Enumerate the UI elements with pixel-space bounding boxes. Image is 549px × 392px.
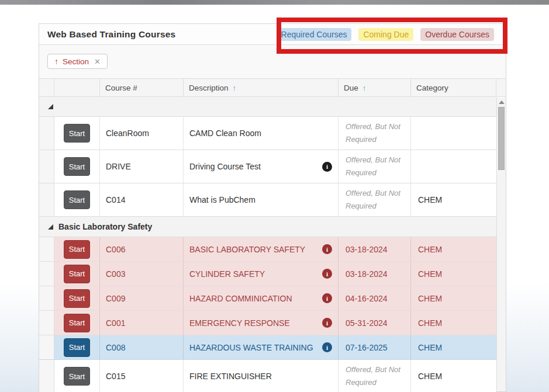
group-indent-cell bbox=[39, 237, 54, 261]
course-number-cell: C001 bbox=[100, 311, 184, 335]
scrollbar-thumb[interactable] bbox=[498, 107, 505, 170]
browser-top-bar bbox=[0, 0, 549, 5]
info-icon[interactable]: i bbox=[322, 269, 332, 279]
group-indent-cell bbox=[39, 183, 54, 216]
due-date-text: 07-16-2025 bbox=[346, 343, 388, 352]
start-button[interactable]: Start bbox=[64, 367, 90, 386]
category-cell: CHEM bbox=[411, 237, 496, 261]
description-cell: BASIC LABORATORY SAFETYi bbox=[184, 237, 339, 261]
due-date-cell: Offered, But Not Required bbox=[339, 183, 411, 216]
column-header-description[interactable]: Description ↑ bbox=[184, 79, 339, 96]
group-chip-section[interactable]: ↑ Section ✕ bbox=[47, 54, 108, 69]
sort-ascending-icon[interactable]: ↑ bbox=[233, 84, 237, 92]
table-row[interactable]: StartC015FIRE EXTINGUISHEROffered, But N… bbox=[39, 360, 496, 392]
column-header-category[interactable]: Category bbox=[411, 79, 496, 96]
group-indent-cell bbox=[39, 117, 54, 150]
due-date-cell: Offered, But Not Required bbox=[339, 150, 411, 183]
scroll-up-arrow-icon[interactable] bbox=[499, 100, 505, 104]
description-text: CAMD Clean Room bbox=[189, 129, 261, 138]
start-button-cell: Start bbox=[54, 237, 100, 261]
due-date-cell: 03-18-2024 bbox=[339, 262, 411, 286]
start-button[interactable]: Start bbox=[64, 265, 90, 283]
due-date-text: Offered, But Not Required bbox=[346, 187, 403, 213]
legend-badge-overdue-courses: Overdue Courses bbox=[420, 28, 494, 41]
header-group-spacer bbox=[39, 79, 54, 96]
group-collapse-icon[interactable] bbox=[48, 224, 53, 230]
start-button-cell: Start bbox=[54, 360, 100, 392]
group-label: Basic Laboratory Safety bbox=[58, 222, 152, 231]
due-date-text: Offered, But Not Required bbox=[346, 363, 403, 389]
grid-body: StartCleanRoomCAMD Clean RoomOffered, Bu… bbox=[39, 97, 496, 392]
due-date-cell: 04-16-2024 bbox=[339, 286, 411, 310]
start-button[interactable]: Start bbox=[64, 338, 90, 357]
group-row-basic-laboratory-safety[interactable]: Basic Laboratory Safety bbox=[39, 217, 496, 237]
description-cell: HAZARD COMMINICATIONi bbox=[184, 286, 339, 310]
start-button[interactable]: Start bbox=[64, 240, 90, 259]
description-text: EMERGENCY RESPONSE bbox=[189, 318, 290, 328]
table-row[interactable]: StartC003CYLINDER SAFETYi03-18-2024CHEM bbox=[39, 262, 496, 286]
table-row[interactable]: StartC006BASIC LABORATORY SAFETYi03-18-2… bbox=[39, 237, 496, 262]
column-header-due[interactable]: Due ↑ bbox=[339, 79, 411, 96]
description-cell: HAZARDOUS WASTE TRAININGi bbox=[184, 335, 339, 359]
legend-badge-coming-due: Coming Due bbox=[358, 28, 413, 41]
due-date-text: Offered, But Not Required bbox=[346, 120, 403, 146]
description-text: CYLINDER SAFETY bbox=[189, 269, 265, 279]
sort-ascending-icon[interactable]: ↑ bbox=[54, 57, 58, 66]
info-icon[interactable]: i bbox=[322, 162, 332, 172]
category-cell: CHEM bbox=[411, 360, 496, 392]
header-button-column bbox=[54, 79, 100, 96]
start-button[interactable]: Start bbox=[64, 314, 90, 332]
group-collapse-icon[interactable] bbox=[48, 104, 53, 109]
description-cell: FIRE EXTINGUISHER bbox=[184, 360, 339, 392]
course-number-cell: C015 bbox=[100, 360, 184, 392]
column-header-category-label: Category bbox=[416, 84, 448, 92]
description-cell: Driving Course Testi bbox=[184, 150, 339, 183]
course-number-cell: DRIVE bbox=[100, 150, 184, 183]
remove-group-icon[interactable]: ✕ bbox=[94, 57, 101, 66]
column-header-course[interactable]: Course # bbox=[100, 79, 184, 96]
info-icon[interactable]: i bbox=[322, 293, 332, 303]
group-indent-cell bbox=[39, 360, 54, 392]
header-scrollbar-spacer bbox=[496, 79, 506, 96]
course-number-cell: C009 bbox=[100, 286, 184, 310]
start-button[interactable]: Start bbox=[64, 124, 90, 143]
due-date-text: 03-18-2024 bbox=[346, 245, 388, 254]
group-row[interactable] bbox=[39, 97, 496, 117]
start-button-cell: Start bbox=[54, 150, 100, 183]
start-button[interactable]: Start bbox=[64, 190, 90, 209]
description-text: HAZARDOUS WASTE TRAINING bbox=[189, 343, 313, 352]
vertical-scrollbar[interactable] bbox=[496, 98, 506, 391]
table-row[interactable]: StartDRIVEDriving Course TestiOffered, B… bbox=[39, 150, 496, 183]
course-number-cell: CleanRoom bbox=[100, 117, 184, 150]
group-indent-cell bbox=[39, 311, 54, 335]
category-cell: CHEM bbox=[411, 183, 496, 216]
group-indent-cell bbox=[39, 286, 54, 310]
start-button[interactable]: Start bbox=[64, 157, 90, 176]
grid-header-row: Course # Description ↑ Due ↑ Category bbox=[39, 79, 506, 97]
description-text: FIRE EXTINGUISHER bbox=[189, 372, 272, 381]
info-icon[interactable]: i bbox=[322, 244, 332, 254]
start-button-cell: Start bbox=[54, 335, 100, 359]
start-button[interactable]: Start bbox=[64, 289, 90, 308]
category-cell bbox=[411, 117, 496, 150]
table-row[interactable]: StartCleanRoomCAMD Clean RoomOffered, Bu… bbox=[39, 117, 496, 150]
sort-ascending-icon[interactable]: ↑ bbox=[362, 84, 367, 92]
info-icon[interactable]: i bbox=[322, 318, 332, 328]
table-row[interactable]: StartC009HAZARD COMMINICATIONi04-16-2024… bbox=[39, 286, 496, 311]
start-button-cell: Start bbox=[54, 286, 100, 310]
table-row[interactable]: StartC014What is PubChemOffered, But Not… bbox=[39, 183, 496, 217]
group-indent-cell bbox=[39, 262, 54, 286]
due-date-text: 04-16-2024 bbox=[346, 294, 388, 303]
table-row[interactable]: StartC008HAZARDOUS WASTE TRAININGi07-16-… bbox=[39, 335, 496, 360]
start-button-cell: Start bbox=[54, 262, 100, 286]
description-text: HAZARD COMMINICATION bbox=[189, 294, 292, 303]
due-date-cell: 07-16-2025 bbox=[339, 335, 411, 359]
column-header-description-label: Description bbox=[189, 84, 229, 92]
info-icon[interactable]: i bbox=[322, 342, 332, 352]
due-date-cell: Offered, But Not Required bbox=[339, 360, 411, 392]
panel-header: Web Based Training Courses Required Cour… bbox=[39, 24, 506, 45]
due-date-cell: 05-31-2024 bbox=[339, 311, 411, 335]
table-row[interactable]: StartC001EMERGENCY RESPONSEi05-31-2024CH… bbox=[39, 311, 496, 335]
start-button-cell: Start bbox=[54, 183, 100, 216]
legend-badge-required-courses: Required Courses bbox=[277, 28, 352, 41]
